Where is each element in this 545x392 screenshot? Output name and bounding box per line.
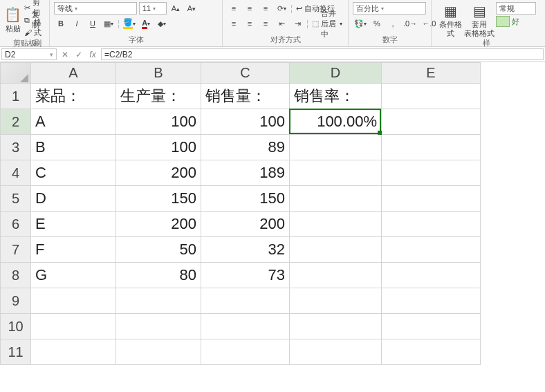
cell-C7[interactable]: 32 [201, 237, 290, 263]
cell-D6[interactable] [290, 212, 382, 237]
cell-style-normal[interactable]: 常规 [496, 2, 536, 15]
cell-C6[interactable]: 200 [201, 212, 290, 237]
cell-A6[interactable]: E [31, 212, 116, 237]
increase-indent-button[interactable]: ⇥ [290, 17, 304, 30]
align-bottom-button[interactable]: ≡ [259, 2, 272, 15]
cell-B11[interactable] [116, 339, 201, 365]
select-all-corner[interactable] [1, 63, 31, 84]
cell-E6[interactable] [382, 212, 481, 237]
cell-B4[interactable]: 200 [116, 160, 201, 186]
comma-format-button[interactable]: , [386, 17, 400, 30]
cell-C10[interactable] [201, 314, 290, 339]
cell-C1[interactable]: 销售量： [201, 84, 290, 109]
decrease-font-button[interactable]: A▾ [185, 2, 198, 15]
align-center-button[interactable]: ≡ [243, 17, 257, 30]
increase-decimal-button[interactable]: .0→ [402, 17, 418, 30]
row-header-1[interactable]: 1 [1, 84, 31, 109]
accept-formula-button[interactable]: ✓ [73, 50, 85, 59]
align-middle-button[interactable]: ≡ [243, 2, 257, 15]
cell-A1[interactable]: 菜品： [31, 84, 116, 109]
row-header-6[interactable]: 6 [1, 212, 31, 237]
effects-button[interactable]: ◆▾ [155, 17, 169, 30]
underline-button[interactable]: U [86, 17, 100, 30]
cell-E11[interactable] [382, 339, 481, 365]
row-header-11[interactable]: 11 [1, 339, 31, 365]
increase-font-button[interactable]: A▴ [169, 2, 183, 15]
cell-E8[interactable] [382, 263, 481, 288]
number-format-combo[interactable]: 百分比▾ [353, 2, 426, 15]
cell-C11[interactable] [201, 339, 290, 365]
cell-A7[interactable]: F [31, 237, 116, 263]
percent-format-button[interactable]: % [370, 17, 384, 30]
cell-B7[interactable]: 50 [116, 237, 201, 263]
row-header-3[interactable]: 3 [1, 135, 31, 160]
cell-E3[interactable] [382, 135, 481, 160]
fx-button[interactable]: fx [86, 50, 99, 59]
cell-E5[interactable] [382, 186, 481, 212]
cell-C4[interactable]: 189 [201, 160, 290, 186]
cell-B6[interactable]: 200 [116, 212, 201, 237]
font-color-button[interactable]: A▾ [139, 17, 153, 30]
fill-color-button[interactable]: 🪣▾ [122, 17, 137, 30]
cell-D4[interactable] [290, 160, 382, 186]
italic-button[interactable]: I [70, 17, 84, 30]
cell-D9[interactable] [290, 288, 382, 314]
formula-bar[interactable]: =C2/B2 [101, 48, 544, 60]
table-format-button[interactable]: ▤ 套用 表格格式 [465, 2, 494, 38]
cell-D2[interactable]: 100.00% [290, 109, 382, 135]
format-painter-button[interactable]: 🖌 格式刷 [23, 27, 45, 38]
cell-C5[interactable]: 150 [201, 186, 290, 212]
row-header-5[interactable]: 5 [1, 186, 31, 212]
cell-D8[interactable] [290, 263, 382, 288]
merge-center-button[interactable]: ⬚ 合并后居中 ▾ [311, 18, 344, 29]
cell-C3[interactable]: 89 [201, 135, 290, 160]
align-right-button[interactable]: ≡ [259, 17, 272, 30]
cell-A2[interactable]: A [31, 109, 116, 135]
cell-C9[interactable] [201, 288, 290, 314]
align-top-button[interactable]: ≡ [227, 2, 241, 15]
cell-B5[interactable]: 150 [116, 186, 201, 212]
cell-A5[interactable]: D [31, 186, 116, 212]
cell-E9[interactable] [382, 288, 481, 314]
column-header-E[interactable]: E [382, 63, 481, 84]
font-size-combo[interactable]: 11▾ [139, 2, 167, 15]
cell-B2[interactable]: 100 [116, 109, 201, 135]
row-header-8[interactable]: 8 [1, 263, 31, 288]
column-header-A[interactable]: A [31, 63, 116, 84]
row-header-10[interactable]: 10 [1, 314, 31, 339]
row-header-4[interactable]: 4 [1, 160, 31, 186]
style-good-swatch[interactable] [496, 16, 510, 27]
currency-format-button[interactable]: 💱▾ [353, 17, 368, 30]
align-left-button[interactable]: ≡ [227, 17, 241, 30]
cell-E4[interactable] [382, 160, 481, 186]
name-box[interactable]: D2 ▾ [1, 48, 57, 60]
cell-E10[interactable] [382, 314, 481, 339]
row-header-7[interactable]: 7 [1, 237, 31, 263]
cell-E2[interactable] [382, 109, 481, 135]
cell-B1[interactable]: 生产量： [116, 84, 201, 109]
borders-button[interactable]: ▦▾ [102, 17, 116, 30]
cell-D5[interactable] [290, 186, 382, 212]
cell-B3[interactable]: 100 [116, 135, 201, 160]
column-header-D[interactable]: D [290, 63, 382, 84]
cell-D11[interactable] [290, 339, 382, 365]
cell-A4[interactable]: C [31, 160, 116, 186]
cell-A10[interactable] [31, 314, 116, 339]
cell-A9[interactable] [31, 288, 116, 314]
cell-E7[interactable] [382, 237, 481, 263]
cell-B9[interactable] [116, 288, 201, 314]
cell-D1[interactable]: 销售率： [290, 84, 382, 109]
cell-B10[interactable] [116, 314, 201, 339]
decrease-indent-button[interactable]: ⇤ [275, 17, 288, 30]
column-header-B[interactable]: B [116, 63, 201, 84]
column-header-C[interactable]: C [201, 63, 290, 84]
cell-A8[interactable]: G [31, 263, 116, 288]
row-header-2[interactable]: 2 [1, 109, 31, 135]
cell-B8[interactable]: 80 [116, 263, 201, 288]
cell-E1[interactable] [382, 84, 481, 109]
paste-button[interactable]: 📋 粘贴 [4, 2, 21, 38]
cell-D3[interactable] [290, 135, 382, 160]
cancel-formula-button[interactable]: ✕ [59, 50, 71, 59]
cell-D7[interactable] [290, 237, 382, 263]
row-header-9[interactable]: 9 [1, 288, 31, 314]
